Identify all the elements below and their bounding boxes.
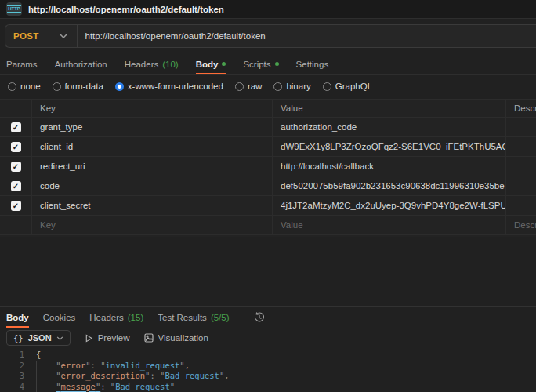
row-value[interactable]: 4j1JT2aMtzyM2C_dx2uUyep-3Q9vhPD4Y8ge2W-f… [272,196,505,215]
url-input[interactable] [78,31,536,41]
tab-label: Settings [296,60,329,69]
token: " [170,382,175,391]
url-row: POST [0,19,536,53]
checkbox-checked-icon[interactable]: ✓ [11,201,21,211]
header-value: Value [272,100,505,117]
tab-params[interactable]: Params [6,53,38,74]
play-icon [85,334,93,343]
method-dropdown[interactable]: POST [5,25,78,47]
token: { [36,350,41,359]
tab-count: (5/5) [211,313,230,322]
code-line: 4"message": "Bad request" [0,382,536,392]
body-mode-binary[interactable]: binary [273,82,310,91]
row-value[interactable]: http://localhost/callback [272,157,505,176]
row-description[interactable] [505,196,536,215]
header-key: Key [31,100,272,117]
response-toolbar: {} JSON Preview Visualization [0,328,536,348]
row-description[interactable] [505,157,536,176]
row-key[interactable]: client_secret [31,196,272,215]
placeholder-key[interactable]: Key [31,216,272,234]
code-line: 3"error_description": "Bad request", [0,371,536,382]
table-placeholder-row[interactable]: Key Value Description [0,216,536,235]
placeholder-checkbox-cell [0,216,31,234]
checkbox-checked-icon[interactable]: ✓ [11,181,21,191]
body-mode-label: GraphQL [335,82,372,91]
body-mode-none[interactable]: none [8,82,41,91]
tab-label: Body [6,313,29,322]
tab-label: Authorization [55,60,107,69]
response-tabs: BodyCookiesHeaders(15)Test Results(5/5) [0,307,536,328]
tab-test-results[interactable]: Test Results(5/5) [158,307,229,328]
header-checkbox-cell [0,100,31,117]
tab-label: Test Results [158,313,207,322]
tab-label: Body [196,60,219,69]
row-checkbox-cell: ✓ [0,196,31,215]
tab-headers[interactable]: Headers(10) [125,53,179,74]
line-code: { [36,350,41,361]
token: , [185,361,190,370]
body-mode-x-www-form-urlencoded[interactable]: x-www-form-urlencoded [115,82,223,91]
row-value[interactable]: dW9ExX1y8LP3ZrOzoQFqz2-S6E1VC0_iFEtPKThU… [272,137,505,156]
radio-icon [8,82,16,91]
body-mode-label: form-data [65,82,103,91]
http-request-icon: HTTP [6,2,22,16]
tab-count: (15) [128,313,143,322]
tab-settings[interactable]: Settings [296,53,329,74]
tab-label: Cookies [43,313,76,322]
row-key[interactable]: client_id [31,137,272,156]
tab-body[interactable]: Body [196,53,226,74]
tab-cookies[interactable]: Cookies [43,307,76,328]
history-clock-icon [254,312,265,323]
urlencoded-table: Key Value Description ✓grant_typeauthori… [0,99,536,237]
row-checkbox-cell: ✓ [0,118,31,136]
row-value[interactable]: def5020075b59fa902b231653c90638dc1199631… [272,176,505,195]
radio-icon [323,82,331,91]
table-row: ✓codedef5020075b59fa902b231653c90638dc11… [0,176,536,196]
checkbox-checked-icon[interactable]: ✓ [11,162,21,172]
preview-button[interactable]: Preview [85,333,130,343]
code-line: 1{ [0,350,536,361]
preview-label: Preview [98,333,130,343]
table-row: ✓grant_typeauthorization_code [0,118,536,137]
history-button[interactable] [254,307,265,328]
body-mode-form-data[interactable]: form-data [53,82,103,91]
tab-headers[interactable]: Headers(15) [89,307,143,328]
table-row: ✓client_iddW9ExX1y8LP3ZrOzoQFqz2-S6E1VC0… [0,137,536,157]
token: : [150,371,160,380]
table-row: ✓client_secret4j1JT2aMtzyM2C_dx2uUyep-3Q… [0,196,536,216]
placeholder-description[interactable]: Description [505,216,536,234]
body-mode-graphql[interactable]: GraphQL [323,82,372,91]
tab-scripts[interactable]: Scripts [243,53,278,74]
row-checkbox-cell: ✓ [0,137,31,156]
row-key[interactable]: grant_type [31,118,272,136]
row-description[interactable] [505,176,536,195]
row-value[interactable]: authorization_code [272,118,505,136]
token: Bad request [165,371,219,380]
row-key[interactable]: redirect_uri [31,157,272,176]
table-row: ✓redirect_urihttp://localhost/callback [0,157,536,176]
placeholder-value[interactable]: Value [272,216,505,234]
token: Bad request [115,382,170,391]
radio-icon [235,82,244,91]
line-number: 3 [0,371,24,382]
tab-label: Scripts [243,60,270,69]
request-tab-bar[interactable]: HTTP http://localhost/openemr/oauth2/def… [0,0,536,19]
tab-authorization[interactable]: Authorization [55,53,107,74]
visualization-label: Visualization [158,333,208,343]
row-key[interactable]: code [31,176,272,195]
braces-icon: {} [13,333,24,343]
tab-label: Headers [125,60,158,69]
empty-area [0,237,536,306]
row-description[interactable] [505,137,536,156]
line-number: 2 [0,361,24,372]
method-label: POST [13,31,39,41]
checkbox-checked-icon[interactable]: ✓ [11,122,21,132]
visualization-button[interactable]: Visualization [144,333,208,343]
line-code: "error": "invalid_request", [36,361,190,372]
format-dropdown[interactable]: {} JSON [6,330,71,346]
token: message [61,382,96,391]
body-mode-raw[interactable]: raw [235,82,263,91]
checkbox-checked-icon[interactable]: ✓ [11,142,21,152]
row-description[interactable] [505,118,536,136]
tab-body[interactable]: Body [6,307,29,328]
